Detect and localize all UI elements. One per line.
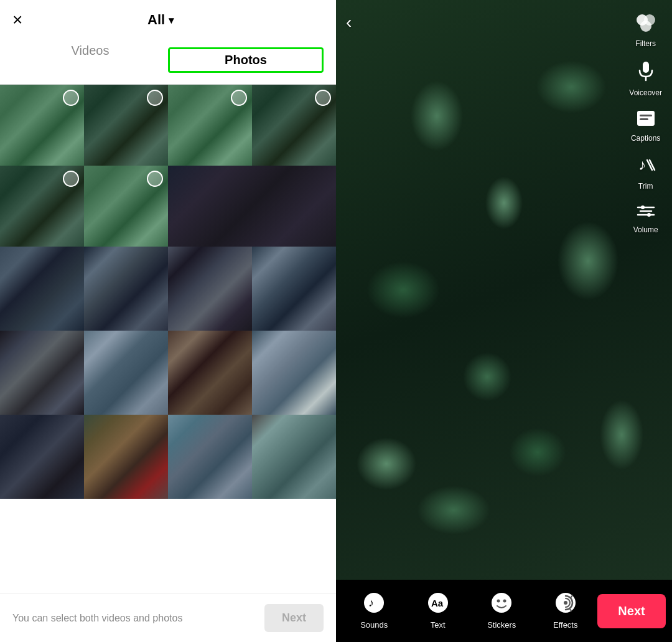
tab-videos[interactable]: Videos bbox=[12, 35, 168, 84]
voiceover-label: Voiceover bbox=[629, 88, 662, 97]
hint-text: You can select both videos and photos bbox=[12, 613, 182, 624]
select-circle[interactable] bbox=[63, 171, 79, 187]
svg-point-16 bbox=[364, 593, 384, 613]
trim-label: Trim bbox=[638, 182, 653, 191]
select-circle[interactable] bbox=[147, 90, 163, 106]
photo-cell-5-2[interactable] bbox=[84, 415, 168, 499]
svg-rect-3 bbox=[643, 62, 649, 73]
all-dropdown[interactable]: All ▾ bbox=[147, 12, 174, 28]
grid-row-2 bbox=[0, 166, 336, 247]
preview-area: ‹ Filters bbox=[336, 0, 672, 580]
svg-point-15 bbox=[647, 213, 651, 217]
svg-text:♪: ♪ bbox=[638, 156, 646, 173]
photo-cell-5-1[interactable] bbox=[0, 415, 84, 499]
photo-cell-3-2[interactable] bbox=[84, 247, 168, 331]
svg-point-21 bbox=[497, 600, 500, 603]
right-panel: ‹ Filters bbox=[336, 0, 672, 642]
effects-label: Effects bbox=[553, 620, 578, 630]
filters-tool[interactable]: Filters bbox=[635, 12, 656, 48]
photo-cell-2-3[interactable] bbox=[168, 166, 336, 247]
photo-cell-5-4[interactable] bbox=[252, 415, 336, 499]
svg-point-14 bbox=[641, 205, 645, 209]
photo-cell-1-4[interactable] bbox=[252, 85, 336, 166]
tabs-row: Videos Photos bbox=[0, 35, 336, 85]
svg-point-22 bbox=[503, 600, 506, 603]
left-panel: × All ▾ Videos Photos bbox=[0, 0, 336, 642]
select-circle[interactable] bbox=[63, 90, 79, 106]
stickers-label: Stickers bbox=[487, 620, 516, 630]
next-button-right[interactable]: Next bbox=[597, 594, 666, 628]
trim-tool[interactable]: ♪ Trim bbox=[636, 155, 656, 191]
grid-row-1 bbox=[0, 85, 336, 166]
text-label: Text bbox=[431, 620, 446, 630]
photo-cell-2-2[interactable] bbox=[84, 166, 168, 247]
svg-point-2 bbox=[640, 21, 651, 32]
svg-point-20 bbox=[492, 593, 511, 613]
svg-text:♪: ♪ bbox=[368, 597, 374, 609]
photo-cell-3-1[interactable] bbox=[0, 247, 84, 331]
photo-cell-3-4[interactable] bbox=[252, 247, 336, 331]
text-icon: Aa bbox=[427, 592, 449, 618]
bottom-hint-bar: You can select both videos and photos Ne… bbox=[0, 593, 336, 642]
svg-text:Aa: Aa bbox=[431, 598, 444, 608]
effects-icon bbox=[555, 592, 576, 618]
sounds-item[interactable]: ♪ Sounds bbox=[342, 592, 406, 630]
photo-cell-1-2[interactable] bbox=[84, 85, 168, 166]
volume-icon bbox=[637, 203, 655, 223]
next-button-left[interactable]: Next bbox=[264, 604, 324, 632]
photo-cell-4-3[interactable] bbox=[168, 331, 252, 415]
svg-rect-6 bbox=[640, 115, 652, 116]
trim-icon: ♪ bbox=[636, 155, 656, 179]
close-button[interactable]: × bbox=[12, 11, 22, 29]
bottom-bar: ♪ Sounds Aa Text bbox=[336, 580, 672, 642]
grid-row-4 bbox=[0, 331, 336, 415]
stickers-item[interactable]: Stickers bbox=[470, 592, 534, 630]
media-grid bbox=[0, 85, 336, 593]
photo-cell-5-3[interactable] bbox=[168, 415, 252, 499]
filters-label: Filters bbox=[635, 39, 656, 48]
stickers-icon bbox=[491, 592, 512, 618]
voiceover-tool[interactable]: Voiceover bbox=[629, 60, 662, 97]
back-button[interactable]: ‹ bbox=[346, 12, 352, 32]
select-circle[interactable] bbox=[147, 171, 163, 187]
photo-cell-2-1[interactable] bbox=[0, 166, 84, 247]
sounds-label: Sounds bbox=[360, 620, 388, 630]
svg-point-24 bbox=[564, 601, 567, 605]
select-circle[interactable] bbox=[315, 90, 331, 106]
sounds-icon: ♪ bbox=[363, 592, 385, 618]
captions-icon bbox=[636, 110, 656, 131]
photo-cell-4-4[interactable] bbox=[252, 331, 336, 415]
all-label: All bbox=[147, 12, 165, 28]
photo-cell-4-1[interactable] bbox=[0, 331, 84, 415]
grid-row-5 bbox=[0, 415, 336, 499]
chevron-down-icon: ▾ bbox=[169, 14, 174, 26]
photo-cell-3-3[interactable] bbox=[168, 247, 252, 331]
captions-label: Captions bbox=[631, 134, 660, 143]
right-toolbar: Filters Voiceover bbox=[629, 12, 662, 234]
photo-cell-1-3[interactable] bbox=[168, 85, 252, 166]
photo-cell-4-2[interactable] bbox=[84, 331, 168, 415]
volume-tool[interactable]: Volume bbox=[633, 203, 658, 234]
grid-row-3 bbox=[0, 247, 336, 331]
tab-photos[interactable]: Photos bbox=[168, 35, 324, 84]
text-item[interactable]: Aa Text bbox=[406, 592, 470, 630]
svg-rect-7 bbox=[640, 118, 648, 120]
select-circle[interactable] bbox=[231, 90, 247, 106]
left-header: × All ▾ bbox=[0, 0, 336, 35]
photo-cell-1-1[interactable] bbox=[0, 85, 84, 166]
filters-icon bbox=[636, 12, 656, 37]
succulent-background bbox=[336, 0, 672, 580]
captions-tool[interactable]: Captions bbox=[631, 110, 660, 143]
volume-label: Volume bbox=[633, 225, 658, 234]
voiceover-icon bbox=[637, 60, 655, 86]
effects-item[interactable]: Effects bbox=[534, 592, 598, 630]
